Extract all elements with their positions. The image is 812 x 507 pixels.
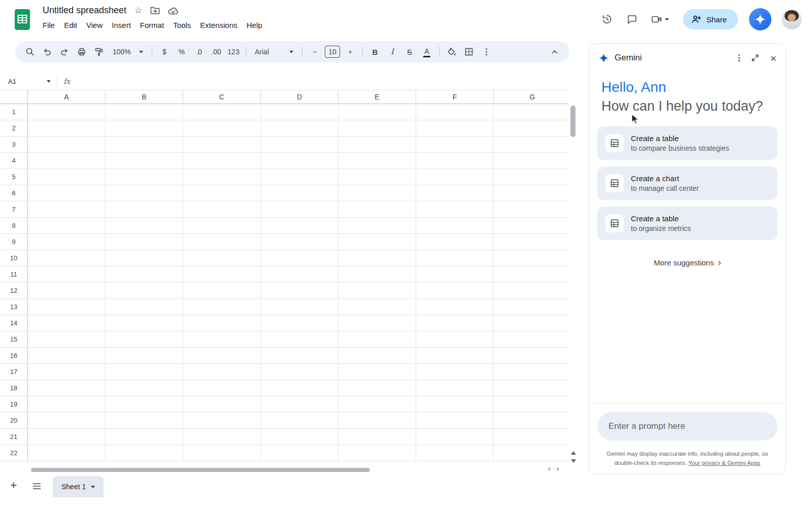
cell-G20[interactable] — [494, 413, 569, 429]
cell-C6[interactable] — [183, 185, 261, 201]
increase-decimal-button[interactable]: .00 — [209, 44, 224, 59]
cell-F6[interactable] — [416, 185, 494, 201]
row-header-21[interactable]: 21 — [0, 429, 28, 445]
cell-F17[interactable] — [416, 364, 494, 380]
cell-C22[interactable] — [183, 445, 261, 461]
cell-A7[interactable] — [28, 201, 106, 218]
vertical-scrollbar-thumb[interactable] — [570, 106, 576, 137]
cell-D20[interactable] — [261, 413, 339, 429]
cell-E7[interactable] — [339, 201, 416, 218]
cell-A15[interactable] — [28, 331, 106, 348]
row-header-16[interactable]: 16 — [0, 348, 28, 364]
cell-D10[interactable] — [261, 250, 339, 266]
cell-B18[interactable] — [106, 380, 183, 396]
cell-B5[interactable] — [106, 169, 183, 185]
cell-B3[interactable] — [106, 137, 183, 153]
scroll-left-icon[interactable]: ‹ — [548, 464, 551, 472]
row-header-6[interactable]: 6 — [0, 185, 28, 201]
cell-F7[interactable] — [416, 201, 494, 218]
print-icon[interactable] — [74, 44, 89, 59]
cell-A13[interactable] — [28, 299, 106, 315]
cell-F1[interactable] — [416, 104, 494, 120]
horizontal-scrollbar-thumb[interactable] — [31, 468, 370, 472]
cell-C20[interactable] — [183, 413, 261, 429]
cell-D9[interactable] — [261, 234, 339, 250]
cell-G7[interactable] — [494, 201, 569, 218]
cell-A16[interactable] — [28, 348, 106, 364]
cell-F16[interactable] — [416, 348, 494, 364]
row-header-20[interactable]: 20 — [0, 413, 28, 429]
cell-B9[interactable] — [106, 234, 183, 250]
cell-E16[interactable] — [339, 348, 416, 364]
vertical-scrollbar[interactable] — [569, 90, 577, 473]
cell-C5[interactable] — [183, 169, 261, 185]
cell-G9[interactable] — [494, 234, 569, 250]
cell-G12[interactable] — [494, 283, 569, 299]
cell-A6[interactable] — [28, 185, 106, 201]
column-header-f[interactable]: F — [416, 90, 494, 104]
horizontal-scrollbar[interactable] — [28, 466, 550, 474]
version-history-icon[interactable] — [596, 9, 618, 30]
cell-F14[interactable] — [416, 315, 494, 331]
cell-A12[interactable] — [28, 283, 106, 299]
cell-D4[interactable] — [261, 153, 339, 169]
cell-G14[interactable] — [494, 315, 569, 331]
cell-A11[interactable] — [28, 266, 106, 283]
cloud-saved-icon[interactable] — [168, 7, 179, 15]
cell-C3[interactable] — [183, 137, 261, 153]
cell-C10[interactable] — [183, 250, 261, 266]
cell-F13[interactable] — [416, 299, 494, 315]
cell-B6[interactable] — [106, 185, 183, 201]
cell-A21[interactable] — [28, 429, 106, 445]
cell-E21[interactable] — [339, 429, 416, 445]
cell-G3[interactable] — [494, 137, 569, 153]
cell-D5[interactable] — [261, 169, 339, 185]
borders-icon[interactable] — [461, 44, 477, 59]
cell-F4[interactable] — [416, 153, 494, 169]
row-header-9[interactable]: 9 — [0, 234, 28, 250]
cell-D14[interactable] — [261, 315, 339, 331]
cell-E22[interactable] — [339, 445, 416, 461]
cell-A10[interactable] — [28, 250, 106, 266]
paint-format-icon[interactable] — [91, 44, 107, 59]
row-header-4[interactable]: 4 — [0, 153, 28, 169]
cell-G18[interactable] — [494, 380, 569, 396]
cell-G16[interactable] — [494, 348, 569, 364]
menu-view[interactable]: View — [82, 19, 107, 31]
text-color-button[interactable]: A — [419, 44, 434, 59]
cell-A14[interactable] — [28, 315, 106, 331]
cell-A17[interactable] — [28, 364, 106, 380]
row-header-14[interactable]: 14 — [0, 315, 28, 331]
menu-tools[interactable]: Tools — [168, 19, 195, 31]
cell-G1[interactable] — [494, 104, 569, 120]
sheet-tab[interactable]: Sheet 1 — [53, 476, 104, 497]
cell-C14[interactable] — [183, 315, 261, 331]
decrease-decimal-button[interactable]: .0 — [191, 44, 207, 59]
share-button[interactable]: Share — [683, 9, 738, 29]
cell-C18[interactable] — [183, 380, 261, 396]
cell-A20[interactable] — [28, 413, 106, 429]
cell-C4[interactable] — [183, 153, 261, 169]
cell-B1[interactable] — [106, 104, 183, 120]
cell-E5[interactable] — [339, 169, 416, 185]
cell-D16[interactable] — [261, 348, 339, 364]
cell-G10[interactable] — [494, 250, 569, 266]
avatar[interactable] — [782, 9, 802, 29]
cell-D18[interactable] — [261, 380, 339, 396]
cell-E3[interactable] — [339, 137, 416, 153]
gemini-more-icon[interactable] — [738, 54, 740, 61]
cell-C13[interactable] — [183, 299, 261, 315]
bold-button[interactable]: B — [367, 44, 383, 59]
comment-icon[interactable] — [622, 9, 643, 30]
cell-A3[interactable] — [28, 137, 106, 153]
cell-C15[interactable] — [183, 331, 261, 348]
cell-E4[interactable] — [339, 153, 416, 169]
cell-E11[interactable] — [339, 266, 416, 283]
row-header-1[interactable]: 1 — [0, 104, 28, 120]
gemini-expand-icon[interactable] — [751, 54, 759, 62]
cell-G22[interactable] — [494, 445, 569, 461]
cell-C19[interactable] — [183, 396, 261, 413]
currency-format-button[interactable]: $ — [157, 44, 172, 59]
cell-G6[interactable] — [494, 185, 569, 201]
menu-extensions[interactable]: Extensions — [195, 19, 242, 31]
